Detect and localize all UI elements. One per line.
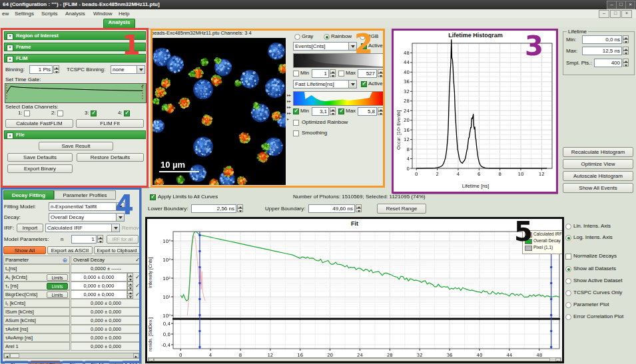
param-value[interactable]: 0,000 ± 0,000: [71, 290, 127, 299]
fit-button[interactable]: Fit: [62, 361, 83, 364]
sample-points-spinner[interactable]: [623, 59, 629, 67]
section-header-roi[interactable]: ▾ Region of Interest: [4, 31, 146, 40]
param-check-icon[interactable]: ✓: [134, 290, 141, 299]
section-header-frame[interactable]: ▾ Frame: [4, 43, 146, 51]
section-header-file[interactable]: ▴ File: [4, 130, 146, 139]
dropdown-arrow-icon[interactable]: [348, 43, 356, 50]
menu-item-window[interactable]: Window: [93, 11, 112, 17]
collapse-icon[interactable]: ▾: [7, 45, 13, 51]
lifetime-min-input[interactable]: 0,0 ns: [582, 35, 622, 44]
smoothing-checkbox[interactable]: [293, 130, 299, 136]
n-input[interactable]: 1: [71, 235, 97, 244]
apply-limits-checkbox[interactable]: [150, 194, 156, 200]
intensity-max-spinner[interactable]: [378, 69, 384, 77]
rainbow-histogram-bar[interactable]: [293, 91, 384, 106]
param-spinner[interactable]: [127, 273, 133, 281]
param-value[interactable]: 0,000 ± 0,000: [71, 281, 127, 290]
binning-input[interactable]: 1 Pts: [29, 65, 53, 74]
intensity-channel-dropdown[interactable]: Events[Cnts]: [293, 42, 357, 51]
param-value[interactable]: 0,000 ± 0,000: [71, 273, 127, 281]
fit-all-button[interactable]: Fit All: [85, 361, 110, 364]
collapse-icon[interactable]: ▴: [7, 56, 13, 63]
n-spinner[interactable]: [97, 235, 103, 243]
lifetime-min-spinner[interactable]: [623, 35, 629, 43]
limits-button[interactable]: Limits: [47, 274, 68, 281]
channel-3-checkbox[interactable]: [91, 110, 97, 116]
fitting-model-dropdown[interactable]: n-Exponential Tailfit: [49, 202, 125, 211]
dropdown-arrow-icon[interactable]: [137, 66, 145, 73]
save-defaults-button[interactable]: Save Defaults: [7, 153, 73, 162]
export-ascii-button[interactable]: Export as ASCII: [47, 246, 93, 254]
intensity-min-checkbox[interactable]: [293, 71, 299, 77]
dropdown-arrow-icon[interactable]: [116, 203, 124, 210]
tcspc-binning-dropdown[interactable]: none: [111, 65, 145, 74]
menu-item-settings[interactable]: Settings: [15, 11, 34, 17]
lifetime-max-input[interactable]: 5,8: [358, 107, 377, 116]
save-result-button[interactable]: Save Result: [39, 142, 113, 150]
log-axis-radio[interactable]: [565, 235, 571, 241]
lifetime-max-spinner[interactable]: [378, 107, 384, 115]
dropdown-arrow-icon[interactable]: [348, 81, 356, 88]
irf-remove-button[interactable]: Remove: [122, 225, 142, 231]
irf-import-button[interactable]: Import: [17, 224, 43, 232]
scroll-thumb[interactable]: [154, 358, 550, 361]
sample-points-input[interactable]: 400: [594, 59, 622, 67]
channel-1-checkbox[interactable]: [24, 110, 30, 116]
time-gate-canvas[interactable]: [5, 84, 145, 101]
table-hscrollbar[interactable]: ◄ ►: [3, 353, 140, 359]
image-view[interactable]: 10 µm: [153, 38, 286, 185]
scroll-left-icon[interactable]: ◄: [4, 353, 10, 358]
upper-boundary-spinner[interactable]: [356, 204, 362, 212]
tab-analysis[interactable]: Analysis: [103, 19, 135, 28]
clear-button[interactable]: Clear: [4, 361, 29, 364]
tcspc-curves-only-radio[interactable]: [565, 290, 571, 296]
show-all-events-button[interactable]: Show All Events: [563, 183, 633, 193]
dropdown-arrow-icon[interactable]: [116, 214, 124, 221]
intensity-max-checkbox[interactable]: [338, 71, 344, 77]
optimized-rainbow-checkbox[interactable]: [293, 120, 299, 126]
maximize-icon[interactable]: □: [616, 1, 626, 9]
normalize-decays-checkbox[interactable]: [565, 254, 571, 260]
intensity-min-spinner[interactable]: [330, 69, 336, 77]
minimize-icon[interactable]: –: [607, 1, 617, 9]
scroll-thumb[interactable]: [10, 353, 19, 358]
fit-plot-canvas[interactable]: [156, 229, 563, 362]
lifetime-min-checkbox[interactable]: [293, 108, 299, 114]
menu-item-help[interactable]: Help: [119, 11, 129, 17]
child-restore-icon[interactable]: □: [610, 10, 621, 18]
lifetime-active-checkbox[interactable]: [361, 81, 367, 87]
section-header-flim[interactable]: ▴ FLIM: [4, 54, 146, 63]
column-check-icon[interactable]: ✓: [134, 256, 141, 264]
scroll-right-icon[interactable]: ►: [555, 358, 561, 361]
channel-4-checkbox[interactable]: [124, 110, 130, 116]
error-correlation-plot-radio[interactable]: [565, 314, 571, 320]
autoscale-histogram-button[interactable]: Autoscale Histogram: [563, 171, 633, 181]
dropdown-arrow-icon[interactable]: [111, 224, 119, 232]
param-spinner[interactable]: [127, 290, 133, 299]
menu-item-analysis[interactable]: Analysis: [65, 11, 85, 17]
rainbow-mode-radio[interactable]: [324, 34, 330, 40]
lifetime-channel-dropdown[interactable]: Fast Lifetime[ns]: [293, 80, 357, 89]
irf-for-all-button[interactable]: IRF for all: [107, 235, 139, 244]
collapse-icon[interactable]: ▴: [7, 132, 13, 139]
intensity-max-input[interactable]: 527: [358, 69, 377, 78]
child-minimize-icon[interactable]: –: [599, 10, 609, 18]
limits-button[interactable]: Limits: [47, 283, 68, 289]
irf-dropdown[interactable]: Calculated IRF: [45, 224, 120, 232]
lower-boundary-spinner[interactable]: [237, 204, 243, 212]
tab-decay-fitting[interactable]: Decay Fitting: [3, 190, 54, 200]
decay-dropdown[interactable]: Overall Decay: [49, 213, 125, 222]
parameter-plot-radio[interactable]: [565, 302, 571, 308]
export-binary-button[interactable]: Export Binary: [7, 164, 73, 173]
show-active-dataset-radio[interactable]: [565, 278, 571, 284]
param-check-icon[interactable]: ✓: [134, 281, 141, 290]
tab-parameter-profiles[interactable]: Parameter Profiles: [54, 190, 116, 200]
lifetime-histogram-canvas[interactable]: [395, 38, 556, 182]
rgb-mode-radio[interactable]: [360, 34, 366, 40]
gray-mode-radio[interactable]: [294, 34, 300, 40]
intensity-min-input[interactable]: 1: [312, 69, 329, 78]
show-all-datasets-radio[interactable]: [565, 266, 571, 272]
intensity-active-checkbox[interactable]: [361, 43, 367, 49]
scroll-left-icon[interactable]: ◄: [149, 358, 154, 361]
restore-defaults-button[interactable]: Restore Defaults: [77, 153, 144, 162]
